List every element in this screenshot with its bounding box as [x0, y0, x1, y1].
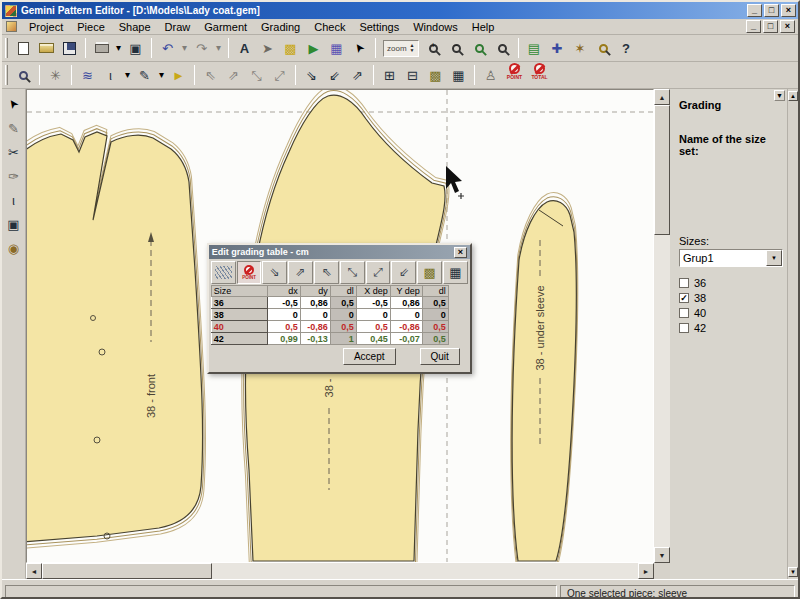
copy-grading-button[interactable]: ▩ [424, 64, 447, 87]
delete-total-grading-button[interactable]: TOTAL [527, 63, 552, 87]
value-cell[interactable]: 0,99 [267, 333, 300, 345]
panel-scroll-strip[interactable]: ▲ ▼ [787, 89, 798, 579]
mdi-restore-button[interactable]: □ [763, 20, 778, 33]
layers-button[interactable]: ≋ [76, 64, 99, 87]
select-mode-button[interactable]: ➤ [348, 37, 371, 60]
add-piece-button[interactable]: ✚ [546, 37, 569, 60]
menu-shape[interactable]: Shape [112, 20, 158, 34]
minimize-button[interactable]: _ [747, 4, 762, 17]
grade-dir-sw-button[interactable]: ⇙ [391, 261, 416, 284]
value-cell[interactable]: 0,86 [390, 297, 422, 309]
mannequin-button[interactable]: ♙ [479, 64, 502, 87]
curve-point-button[interactable]: ι [99, 64, 122, 87]
close-button[interactable]: × [781, 4, 796, 17]
zoom-piece-button[interactable] [12, 64, 35, 87]
save-button[interactable] [58, 37, 81, 60]
mdi-minimize-button[interactable]: _ [746, 20, 761, 33]
contour-lines-button[interactable] [211, 261, 236, 284]
dialog-title-bar[interactable]: Edit grading table - cm × [209, 245, 470, 259]
value-cell[interactable]: -0,5 [356, 297, 390, 309]
plot-button[interactable]: ▣ [124, 37, 147, 60]
find-button[interactable] [592, 37, 615, 60]
menu-settings[interactable]: Settings [352, 20, 406, 34]
zoom-spinner[interactable]: ▲ ▼ [410, 43, 415, 53]
toolbar-grip[interactable] [5, 65, 8, 85]
toolbar-grip[interactable] [5, 38, 8, 58]
undo-button[interactable]: ↶ [156, 37, 179, 60]
piece-front[interactable] [27, 132, 203, 542]
value-cell[interactable]: 0 [422, 309, 448, 321]
move-point-button[interactable]: ► [167, 64, 190, 87]
value-cell[interactable]: 0,5 [422, 297, 448, 309]
curve-point-options-button[interactable]: ▾ [122, 64, 133, 87]
align-4-button[interactable]: ⤢ [268, 64, 291, 87]
menu-help[interactable]: Help [465, 20, 502, 34]
value-cell[interactable]: 0,5 [267, 321, 300, 333]
menu-draw[interactable]: Draw [158, 20, 198, 34]
stamp-tool[interactable]: ▣ [3, 214, 23, 234]
notes-button[interactable]: ▤ [523, 37, 546, 60]
zoom-in-button[interactable]: + [422, 37, 445, 60]
value-cell[interactable]: 0,45 [356, 333, 390, 345]
horizontal-scrollbar[interactable]: ◄ ► [26, 563, 654, 579]
zoom-window-button[interactable] [491, 37, 514, 60]
grade-sw-button[interactable]: ⇙ [323, 64, 346, 87]
size-checkbox-40[interactable]: 40 [679, 307, 783, 319]
grade-dir-diag-button[interactable]: ⤡ [340, 261, 365, 284]
piece-manager-button[interactable]: ▩ [279, 37, 302, 60]
size-cell[interactable]: 40 [211, 321, 267, 333]
value-cell[interactable]: -0,5 [267, 297, 300, 309]
value-cell[interactable]: 0,5 [356, 321, 390, 333]
redo-button[interactable]: ↷ [190, 37, 213, 60]
flag-tool-button[interactable]: ➤ [256, 37, 279, 60]
paste-grading-dialog-button[interactable]: ▦ [443, 261, 468, 284]
grade-table-edit-button[interactable]: ⊟ [401, 64, 424, 87]
panel-scroll-down[interactable]: ▼ [788, 567, 798, 577]
grade-dir-nw-button[interactable]: ⇖ [314, 261, 339, 284]
value-cell[interactable]: 0,5 [422, 333, 448, 345]
pen-tool[interactable]: ι [3, 190, 23, 210]
copy-grading-dialog-button[interactable]: ▩ [417, 261, 442, 284]
tools-button[interactable]: ✶ [569, 37, 592, 60]
quit-button[interactable]: Quit [420, 348, 460, 365]
align-1-button[interactable]: ⇖ [199, 64, 222, 87]
document-icon[interactable] [6, 21, 17, 32]
value-cell[interactable]: 0 [300, 309, 330, 321]
value-cell[interactable]: 0 [356, 309, 390, 321]
print-button[interactable] [90, 37, 113, 60]
maximize-button[interactable]: □ [764, 4, 779, 17]
brush-tool[interactable]: ✑ [3, 166, 23, 186]
size-checkbox-36[interactable]: 36 [679, 277, 783, 289]
grade-table-button[interactable]: ⊞ [378, 64, 401, 87]
size-cell[interactable]: 36 [211, 297, 267, 309]
checkbox-40[interactable] [679, 308, 689, 318]
panel-scroll-up[interactable]: ▲ [788, 91, 798, 101]
zoom-control[interactable]: zoom ▲ ▼ [383, 40, 419, 57]
value-cell[interactable]: -0,86 [300, 321, 330, 333]
menu-project[interactable]: Project [22, 20, 70, 34]
checkbox-36[interactable] [679, 278, 689, 288]
grade-dir-diag2-button[interactable]: ⤢ [366, 261, 391, 284]
delete-point-grading-button[interactable]: POINT [502, 63, 527, 87]
value-cell[interactable]: 0 [390, 309, 422, 321]
print-options-button[interactable]: ▾ [113, 37, 124, 60]
scroll-left-button[interactable]: ◄ [26, 563, 42, 579]
checkbox-42[interactable] [679, 323, 689, 333]
zoom-out-button[interactable]: − [445, 37, 468, 60]
value-cell[interactable]: 1 [330, 333, 356, 345]
value-cell[interactable]: 0,86 [300, 297, 330, 309]
run-garment-button[interactable]: ▶ [302, 37, 325, 60]
value-cell[interactable]: -0,86 [390, 321, 422, 333]
size-cell[interactable]: 38 [211, 309, 267, 321]
value-cell[interactable]: -0,07 [390, 333, 422, 345]
paste-grading-button[interactable]: ▦ [447, 64, 470, 87]
curve-edit-button[interactable]: ✎ [133, 64, 156, 87]
value-cell[interactable]: -0,13 [300, 333, 330, 345]
menu-piece[interactable]: Piece [70, 20, 112, 34]
menu-garment[interactable]: Garment [197, 20, 254, 34]
context-help-button[interactable]: ? [615, 37, 638, 60]
panel-pin-button[interactable]: ▼ [774, 90, 785, 101]
value-cell[interactable]: 0,5 [330, 297, 356, 309]
select-tool[interactable]: ➤ [3, 94, 23, 114]
undo-history-button[interactable]: ▾ [179, 37, 190, 60]
